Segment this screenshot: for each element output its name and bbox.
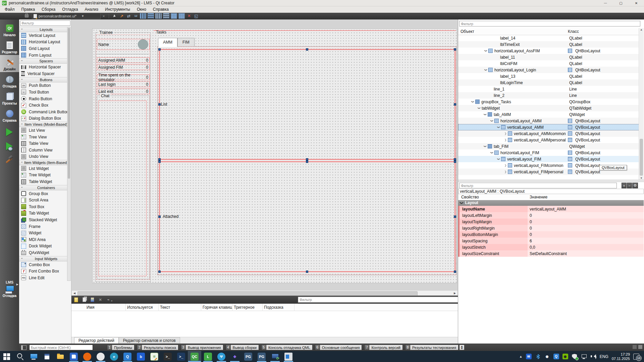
object-tree-row[interactable]: lblCntFIM QLabel <box>458 60 639 67</box>
mode-item[interactable]: Проекты <box>0 89 19 106</box>
expander-icon[interactable] <box>503 132 508 135</box>
widget-box-entry[interactable]: Tree Widget <box>19 172 68 179</box>
widget-box-entry[interactable]: Vertical Layout <box>19 32 68 39</box>
notifications-icon[interactable]: 14 <box>633 354 639 360</box>
action-table-body[interactable] <box>71 311 458 337</box>
object-inspector-scrollbar[interactable]: ▲ ▼ <box>639 28 644 180</box>
property-settings-icon[interactable]: ⚙ <box>632 183 638 188</box>
trainee-groupbox[interactable]: Trainee Name Assigned AMM 0 <box>95 32 151 282</box>
widget-filter-input[interactable] <box>20 20 70 26</box>
sidebar-toggle-icon[interactable] <box>21 345 26 350</box>
copy-action-icon[interactable] <box>81 297 88 303</box>
property-row[interactable]: layoutBottomMargin 0 <box>458 231 644 238</box>
mode-item[interactable]: Отладка <box>0 72 19 89</box>
expander-icon[interactable] <box>490 151 494 155</box>
widget-box-entry[interactable]: Dialog Button Box <box>19 115 68 122</box>
widget-box-scrollbar[interactable] <box>67 27 71 281</box>
layout-vertical-splitter-icon[interactable] <box>163 13 169 19</box>
chat-area[interactable] <box>98 101 147 276</box>
terminal-icon[interactable]: >_ <box>161 351 174 362</box>
menu-item[interactable]: Справка <box>150 6 172 13</box>
progress-indicator[interactable] <box>632 345 637 349</box>
selection-handle[interactable] <box>158 158 161 161</box>
chevron-down-icon[interactable]: ▼ <box>81 14 84 18</box>
property-row[interactable]: layoutLeftMargin 0 <box>458 212 644 219</box>
stat-row[interactable]: Assigned AMM 0 <box>97 57 150 63</box>
widget-box-entry[interactable]: Vertical Spacer <box>19 70 68 77</box>
object-tree-row[interactable]: lblTimeExit QLabel <box>458 41 639 48</box>
save-app-icon[interactable] <box>67 351 80 362</box>
output-panel-button[interactable]: 8 Результаты тестирования <box>405 345 459 350</box>
output-panel-button[interactable]: 6 Основные сообщения <box>315 345 362 350</box>
widget-box-entry[interactable]: Scroll Area <box>19 197 68 203</box>
language-indicator[interactable]: ENG <box>600 354 608 359</box>
widget-box-entry[interactable]: Item Widgets (Item-Based) <box>19 160 68 165</box>
property-value[interactable]: SetDefaultConstraint <box>528 250 644 257</box>
selection-handle[interactable] <box>306 48 308 51</box>
widget-box-entry[interactable]: Tab Widget <box>19 210 68 217</box>
widget-box-entry[interactable]: Stacked Widget <box>19 217 68 223</box>
menu-item[interactable]: Сборка <box>38 6 59 13</box>
security-shield-icon[interactable] <box>572 354 578 360</box>
task-tab[interactable]: FIM <box>177 38 195 46</box>
widget-box-entry[interactable]: Push Button <box>19 82 68 89</box>
edit-action-icon[interactable] <box>89 297 96 303</box>
property-value[interactable]: 6 <box>528 238 644 244</box>
property-section-header[interactable]: ❯Layout <box>458 200 644 206</box>
action-column-header[interactable]: Используется <box>126 304 159 311</box>
property-row[interactable]: layoutSpacing 6 <box>458 238 644 244</box>
new-action-icon[interactable] <box>73 297 79 303</box>
property-value[interactable]: 0 <box>528 219 644 225</box>
search-icon[interactable] <box>13 351 27 362</box>
powershell-icon[interactable]: >_ <box>174 351 188 362</box>
mail-app-icon[interactable]: b <box>134 351 148 362</box>
layout-form-icon[interactable] <box>171 13 177 19</box>
widget-box-entry[interactable]: Font Combo Box <box>19 268 68 275</box>
object-tree-row[interactable]: verticalLayout_AMMcommon QVBoxLayout <box>458 130 639 137</box>
property-value[interactable]: 0 <box>528 231 644 238</box>
widget-box-entry[interactable]: Line Edit <box>19 275 68 281</box>
bluetooth-icon[interactable] <box>535 354 541 360</box>
bottom-editor-tab[interactable]: Редактор сигналов и слотов <box>119 337 180 344</box>
task-tab[interactable]: AMM <box>158 38 177 47</box>
calculator-icon[interactable] <box>40 351 54 362</box>
menu-item[interactable]: Отладка <box>59 6 81 13</box>
object-tree-row[interactable]: line_2 Line <box>458 92 639 99</box>
close-document-icon[interactable]: × <box>101 14 107 18</box>
selection-handle[interactable] <box>158 103 161 106</box>
widget-box-entry[interactable]: Horizontal Spacer <box>19 64 68 70</box>
kit-expand-icon[interactable]: ▶ <box>16 283 18 286</box>
canvas-h-scrollbar[interactable]: ◄ ► <box>71 290 458 296</box>
network-icon[interactable] <box>581 354 587 360</box>
quick-search-input[interactable] <box>29 345 93 350</box>
edit-signals-slots-icon[interactable] <box>119 13 124 18</box>
object-tree-row[interactable]: line_1 Line <box>458 86 639 92</box>
object-inspector-filter-input[interactable] <box>459 21 640 26</box>
widget-box-entry[interactable]: Combo Box <box>19 261 68 268</box>
expander-icon[interactable] <box>483 144 488 148</box>
notes-app-icon[interactable] <box>148 351 161 362</box>
property-column-header[interactable]: Свойство <box>461 195 479 199</box>
widget-box-entry[interactable]: Spacers <box>19 58 68 64</box>
build-button[interactable] <box>5 156 13 164</box>
qt-creator-icon[interactable]: QC <box>188 351 201 362</box>
menu-item[interactable]: Окно <box>133 6 150 13</box>
volume-icon[interactable] <box>590 354 596 360</box>
selection-handle[interactable] <box>454 103 456 106</box>
selection-handle[interactable] <box>454 270 456 273</box>
widget-box-entry[interactable]: Undo View <box>19 154 68 160</box>
lms-app-icon[interactable]: L <box>201 351 215 362</box>
section-expander-icon[interactable]: ❯ <box>459 201 465 204</box>
widget-box-entry[interactable]: Command Link Button <box>19 109 68 115</box>
q-app-icon[interactable]: Q <box>121 351 134 362</box>
object-tree-row[interactable]: tab_AMM QWidget <box>458 111 639 118</box>
form-root[interactable]: Trainee Name Assigned AMM 0 <box>92 28 457 283</box>
chat-groupbox[interactable]: Chat <box>97 96 150 279</box>
clock[interactable]: 17:29 07.11.2025 <box>612 352 630 361</box>
list-label[interactable]: List <box>161 102 167 107</box>
object-tree-row[interactable]: verticalLayout_AMMpersonal QVBoxLayout <box>458 137 639 143</box>
panel-expand-icon[interactable]: ▲▼ <box>459 345 465 350</box>
layout-grid-icon[interactable] <box>178 13 185 19</box>
output-panel-button[interactable]: 2 Результаты поиска <box>137 345 178 350</box>
property-value[interactable]: 0,0 <box>528 244 644 250</box>
